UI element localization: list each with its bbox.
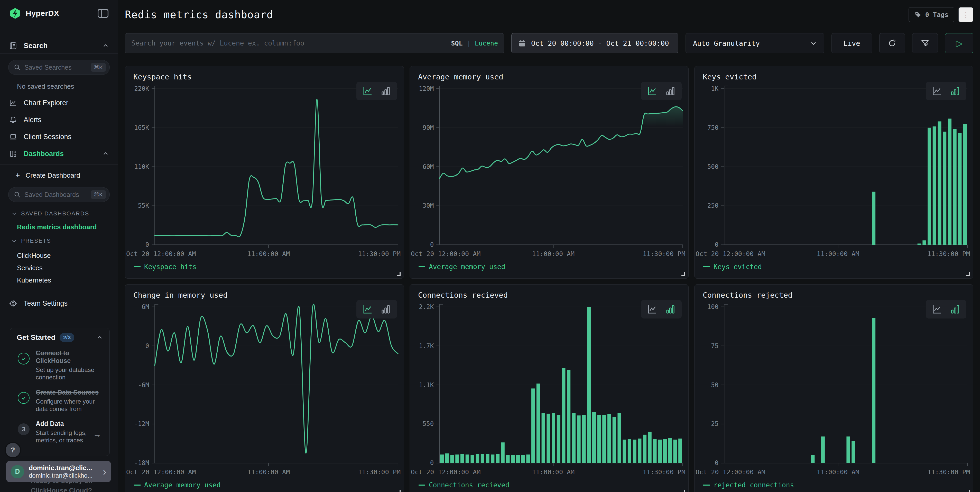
event-search-input[interactable]	[125, 33, 504, 53]
line-chart-icon[interactable]	[932, 86, 942, 96]
legend-swatch	[134, 266, 140, 267]
saved-dashboards-section[interactable]: SAVED DASHBOARDS	[11, 210, 118, 217]
chevron-down-icon	[11, 238, 17, 244]
legend-label: Keyspace hits	[144, 263, 197, 271]
create-dashboard-button[interactable]: + Create Dashboard	[0, 168, 118, 183]
resize-handle[interactable]	[681, 490, 685, 492]
chart-line-icon	[9, 99, 17, 107]
get-started-item-connect[interactable]: Connect to ClickHouse Set up your databa…	[17, 349, 103, 381]
hyperdx-logo-icon	[9, 8, 21, 19]
chart-type-toggle[interactable]	[641, 300, 682, 318]
chart-title: Change in memory used	[134, 291, 228, 299]
sidebar-item-label: Client Sessions	[24, 133, 72, 141]
help-button[interactable]: ?	[6, 443, 20, 457]
chevron-up-icon[interactable]	[97, 334, 103, 341]
shortcut-badge: ⌘K	[91, 63, 106, 72]
saved-dashboards-search[interactable]: ⌘K	[8, 187, 110, 202]
date-range-picker[interactable]: Oct 20 00:00:00 - Oct 21 00:00:00	[511, 33, 678, 53]
saved-searches-input[interactable]	[24, 64, 91, 71]
bar-chart-icon[interactable]	[950, 86, 960, 96]
sidebar-item-redis-dashboard[interactable]: Redis metrics dashboard	[17, 223, 118, 231]
section-label: SAVED DASHBOARDS	[21, 210, 89, 217]
chart-legend: Connections recieved	[418, 481, 509, 489]
laptop-icon	[9, 133, 17, 141]
collapse-sidebar-icon[interactable]	[97, 8, 109, 19]
chart-title: Keys evicted	[703, 73, 757, 81]
sidebar-item-chart-explorer[interactable]: Chart Explorer	[0, 94, 118, 111]
chevron-up-icon[interactable]	[102, 43, 109, 49]
sidebar-item-alerts[interactable]: Alerts	[0, 111, 118, 128]
bar-chart-icon[interactable]	[380, 86, 391, 96]
chevron-right-icon: ›	[103, 467, 107, 477]
resize-handle[interactable]	[397, 272, 401, 276]
sql-mode-toggle[interactable]: SQL	[451, 40, 463, 47]
live-button[interactable]: Live	[832, 33, 872, 53]
svg-text:550: 550	[423, 420, 434, 427]
granularity-select[interactable]: Auto Granularity	[686, 33, 824, 53]
main-content: Redis metrics dashboard 0 Tags ⋮ SQL | L…	[118, 0, 980, 492]
bar-chart-icon[interactable]	[665, 304, 676, 314]
chart-legend: Keys evicted	[703, 263, 762, 271]
svg-text:30M: 30M	[423, 202, 434, 209]
line-chart-icon[interactable]	[932, 304, 942, 314]
chart-type-toggle[interactable]	[356, 300, 397, 318]
bar-chart-icon[interactable]	[380, 304, 391, 314]
sidebar-item-team-settings[interactable]: Team Settings	[0, 296, 118, 311]
line-chart-icon[interactable]	[363, 304, 373, 314]
chart-type-toggle[interactable]	[926, 300, 966, 318]
svg-text:1.1K: 1.1K	[419, 382, 434, 389]
line-chart-icon[interactable]	[363, 86, 373, 96]
svg-text:11:30:00 PM: 11:30:00 PM	[358, 250, 401, 258]
sidebar-item-search[interactable]: Search	[0, 38, 118, 54]
chart-type-toggle[interactable]	[926, 82, 966, 100]
chevron-up-icon[interactable]	[102, 151, 109, 157]
task-title: Create Data Sources	[36, 389, 99, 396]
sidebar-item-services[interactable]: Services	[0, 262, 118, 274]
svg-text:11:00:00 AM: 11:00:00 AM	[816, 468, 859, 476]
svg-text:0: 0	[430, 459, 434, 467]
svg-text:120M: 120M	[419, 85, 434, 92]
svg-text:Oct 20 12:00:00 AM: Oct 20 12:00:00 AM	[695, 250, 765, 258]
create-dashboard-label: Create Dashboard	[26, 172, 80, 180]
sidebar-item-dashboards[interactable]: Dashboards	[0, 145, 118, 162]
bar-chart-icon[interactable]	[665, 86, 676, 96]
chart-card-connections-rejected: Connections rejected0255075100Oct 20 12:…	[694, 284, 973, 492]
toolbar: SQL | Lucene Oct 20 00:00:00 - Oct 21 00…	[125, 33, 973, 53]
resize-handle[interactable]	[397, 490, 401, 492]
resize-handle[interactable]	[966, 490, 970, 492]
line-chart-icon[interactable]	[647, 304, 657, 314]
user-menu[interactable]: D dominic.tran@clic... dominic.tran@clic…	[6, 461, 111, 482]
get-started-item-add-data[interactable]: 3 Add Data Start sending logs, metrics, …	[17, 420, 103, 444]
filter-icon	[921, 39, 929, 48]
sidebar-item-kubernetes[interactable]: Kubernetes	[0, 274, 118, 287]
line-chart-icon[interactable]	[647, 86, 657, 96]
sidebar-item-clickhouse[interactable]: ClickHouse	[0, 249, 118, 262]
chart-legend: Average memory used	[134, 481, 220, 489]
chart-legend: Keyspace hits	[134, 263, 197, 271]
play-icon: ▷	[956, 38, 963, 48]
arrow-right-icon[interactable]: →	[93, 430, 101, 439]
tags-button[interactable]: 0 Tags	[908, 7, 954, 22]
resize-handle[interactable]	[681, 272, 685, 276]
svg-text:11:00:00 AM: 11:00:00 AM	[816, 250, 859, 258]
sidebar-item-client-sessions[interactable]: Client Sessions	[0, 128, 118, 145]
user-name: dominic.tran@clic...	[29, 464, 101, 472]
run-query-button[interactable]: ▷	[945, 33, 973, 53]
presets-section[interactable]: PRESETS	[11, 237, 118, 244]
lucene-mode-toggle[interactable]: Lucene	[475, 40, 498, 47]
saved-searches-search[interactable]: ⌘K	[8, 60, 110, 75]
kebab-icon: ⋮	[962, 10, 970, 19]
resize-handle[interactable]	[966, 272, 970, 276]
chart-type-toggle[interactable]	[356, 82, 397, 100]
bar-chart-icon[interactable]	[950, 304, 960, 314]
chart-type-toggle[interactable]	[641, 82, 682, 100]
svg-text:11:00:00 AM: 11:00:00 AM	[247, 250, 290, 258]
get-started-item-data-sources[interactable]: Create Data Sources Configure where your…	[17, 389, 103, 413]
chart-card-memory-change: Change in memory used-18M-12M-6M06MOct 2…	[125, 284, 404, 492]
more-options-button[interactable]: ⋮	[958, 7, 973, 22]
refresh-button[interactable]	[879, 33, 905, 53]
filter-button[interactable]	[912, 33, 938, 53]
chart-legend: Average memory used	[418, 263, 505, 271]
saved-dashboards-input[interactable]	[24, 191, 91, 199]
mode-divider: |	[467, 40, 471, 47]
